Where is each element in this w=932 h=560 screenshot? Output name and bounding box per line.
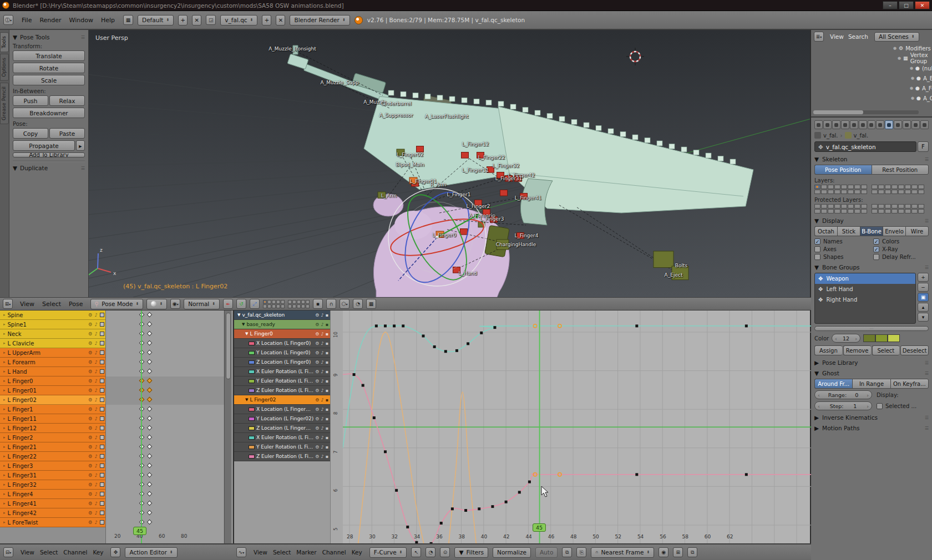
ghost-step-stepper[interactable]: ‹Step:1› [814, 401, 872, 410]
wrench-icon[interactable]: ⚙ [88, 463, 93, 469]
channel-l-finger11[interactable]: ▸L Finger11⚙♪ [0, 414, 105, 424]
outliner-display-select[interactable]: All Scenes⬍ [874, 32, 919, 42]
speaker-icon[interactable]: ♪ [95, 340, 98, 346]
lock-icon[interactable] [100, 379, 104, 383]
fcurve-y-euler-orange-a[interactable] [357, 332, 426, 543]
graph-menu-channel[interactable]: Channel [320, 548, 349, 556]
ghost-curve-icon[interactable]: ◔ [426, 547, 435, 557]
armature-layer-cell[interactable] [821, 190, 827, 194]
viewport-shading-select[interactable]: ⬍ [146, 299, 167, 309]
snap-mode-select[interactable]: ⬡▾ [340, 299, 350, 309]
wrench-icon[interactable]: ⚙ [88, 501, 93, 506]
display-panel-header[interactable]: ▼Display☰ [814, 217, 929, 224]
speaker-icon[interactable]: ♪ [321, 350, 323, 355]
keyframe-point[interactable] [491, 505, 494, 508]
editor-type-icon[interactable]: ⓘ▾ [3, 15, 13, 25]
render-opengl-icon[interactable]: ◔ [353, 299, 363, 309]
keyframe-point[interactable] [745, 473, 748, 476]
armature-layer-cell[interactable] [911, 204, 918, 208]
pose-position-button[interactable]: Pose Position [814, 165, 872, 175]
keyframe-point[interactable] [406, 526, 409, 528]
keyframe-diamond[interactable] [147, 472, 153, 478]
keyframe-diamond[interactable] [147, 350, 153, 355]
manipulator-rotate-icon[interactable]: ↺ [236, 299, 246, 309]
keyframe-point[interactable] [480, 332, 483, 334]
lock-icon[interactable]: ▪ [326, 407, 328, 412]
keyframe-point[interactable] [478, 507, 480, 510]
keyframe-diamond[interactable] [147, 491, 153, 497]
armature-layer-cell[interactable] [885, 204, 891, 208]
minimize-button[interactable]: – [883, 1, 898, 9]
ghost-mode-around-fr-[interactable]: Around Fr... [814, 379, 852, 389]
outliner-item-vertex-group[interactable]: ●▦Vertex Group [811, 53, 932, 63]
bone-label-l-finger32[interactable]: L_Finger32 [493, 163, 520, 169]
lock-icon[interactable] [100, 511, 104, 515]
speaker-icon[interactable]: ♪ [321, 416, 323, 421]
propagate-button[interactable]: Propagate [13, 140, 75, 151]
bone-label-bipod-main[interactable]: Bipod_Main [396, 162, 424, 167]
layer-cell[interactable] [276, 304, 280, 308]
speaker-icon[interactable]: ♪ [95, 501, 98, 506]
color-swatch[interactable] [888, 334, 900, 342]
editor-type-icon[interactable]: ≣▾ [814, 32, 824, 42]
keyframe-diamond[interactable] [147, 510, 153, 516]
expand-icon[interactable]: ▼ [242, 322, 245, 327]
bone-label-l-finger02[interactable]: L_Finger02 [397, 152, 424, 157]
armature-layer-cell[interactable] [814, 185, 820, 189]
armature-layer-cell[interactable] [861, 185, 867, 189]
editor-type-icon[interactable]: ∿▾ [236, 547, 246, 557]
armature-layer-cell[interactable] [885, 185, 891, 189]
lock-icon[interactable]: ▪ [326, 313, 328, 318]
display-mode-octah[interactable]: Octah [814, 226, 837, 236]
layer-cell[interactable] [267, 304, 271, 308]
checkbox[interactable]: ✓ [814, 238, 820, 245]
propagate-options-button[interactable]: ▸ [76, 140, 85, 151]
lock-icon[interactable] [100, 482, 104, 487]
lock-icon[interactable]: ▪ [326, 435, 328, 440]
keyframe-point[interactable] [402, 324, 404, 327]
relax-button[interactable]: Relax [49, 95, 85, 106]
copy-icon[interactable]: ⧉ [562, 547, 572, 557]
menu-help[interactable]: Help [97, 16, 119, 25]
armature-layer-cell[interactable] [848, 209, 854, 213]
lock-icon[interactable] [100, 350, 104, 355]
keyframe-point[interactable] [440, 522, 443, 525]
speaker-icon[interactable]: ♪ [95, 397, 98, 403]
armature-layer-cell[interactable] [872, 190, 878, 194]
speaker-icon[interactable]: ♪ [321, 454, 323, 459]
display-mode-envelo[interactable]: Envelo [883, 226, 905, 236]
bone-label-l-finger31[interactable]: L_Finger31 [495, 176, 523, 181]
new-window-icon[interactable]: ⧉ [687, 547, 697, 557]
speaker-icon[interactable]: ♪ [95, 435, 98, 440]
bone-label-l-hand[interactable]: L_Hand [458, 271, 477, 276]
graph-channel-x-euler-rotation-l-finge[interactable]: X Euler Rotation (L Finge⚙♪▪ [234, 367, 330, 376]
armature-layer-cell[interactable] [848, 190, 854, 194]
armature-layer-cell[interactable] [878, 190, 884, 194]
bone-label-bolts[interactable]: Bolts [675, 263, 687, 268]
layer-cell[interactable] [301, 304, 305, 308]
keyframe-diamond[interactable] [147, 406, 153, 412]
armature-layer-cell[interactable] [848, 185, 854, 189]
bone-groups-panel-header[interactable]: ▼Bone Groups☰ [814, 264, 929, 271]
wrench-icon[interactable]: ⚙ [88, 406, 93, 412]
keyframe-point[interactable] [505, 501, 508, 503]
speaker-icon[interactable]: ♪ [95, 491, 98, 497]
keyframe-point[interactable] [467, 342, 469, 345]
keyframe-point[interactable] [362, 384, 364, 387]
bone-label-l-finger3[interactable]: L_Finger3 [480, 216, 504, 222]
keyframe-point[interactable] [384, 324, 387, 327]
graph-channel-x-euler-rotation-l-finge[interactable]: X Euler Rotation (L Finge⚙♪▪ [234, 433, 330, 442]
mode-select[interactable]: ⚲Pose Mode⬍ [90, 299, 144, 309]
layer-cell[interactable] [288, 304, 292, 308]
keyframe-point[interactable] [375, 324, 378, 327]
graph-channel-v-fal-qc-skeleton[interactable]: ▼v_fal.qc_skeleton⚙♪▪ [234, 310, 330, 320]
speaker-icon[interactable]: ♪ [95, 369, 98, 374]
keyframe-point[interactable] [528, 481, 531, 483]
action-menu-key[interactable]: Key [90, 548, 106, 556]
keyframe-point[interactable] [635, 473, 638, 476]
remove-button[interactable]: Remove [843, 345, 871, 355]
armature-layer-cell[interactable] [898, 209, 904, 213]
channel-l-upperarm[interactable]: ▸L UpperArm⚙♪ [0, 348, 105, 358]
armature-layer-cell[interactable] [861, 209, 867, 213]
armature-layer-cell[interactable] [828, 190, 834, 194]
